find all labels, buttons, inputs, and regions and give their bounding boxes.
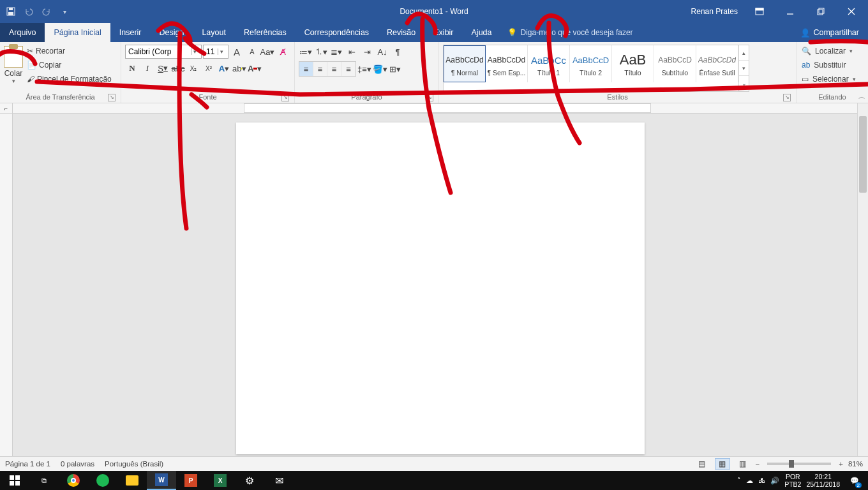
tab-references[interactable]: Referências — [235, 23, 296, 42]
select-button[interactable]: ▭Selecionar▾ — [800, 73, 864, 85]
close-button[interactable] — [837, 3, 865, 20]
word-count[interactable]: 0 palavras — [61, 460, 94, 468]
decrease-indent-button[interactable]: ⇤ — [345, 45, 359, 59]
save-icon[interactable] — [4, 4, 18, 19]
styles-gallery[interactable]: AaBbCcDd¶ NormalAaBbCcDd¶ Sem Esp...AaBb… — [443, 45, 749, 92]
strikethrough-button[interactable]: abc — [171, 61, 185, 75]
tab-review[interactable]: Revisão — [378, 23, 424, 42]
tab-home[interactable]: Página Inicial — [45, 23, 110, 42]
shrink-font-button[interactable]: A — [245, 45, 259, 59]
borders-button[interactable]: ⊞▾ — [388, 62, 402, 76]
find-button[interactable]: 🔍Localizar▾ — [800, 45, 864, 57]
zoom-slider[interactable] — [767, 463, 831, 465]
font-launcher-icon[interactable]: ↘ — [281, 94, 289, 101]
line-spacing-button[interactable]: ‡≡▾ — [357, 62, 371, 76]
paragraph-launcher-icon[interactable]: ↘ — [426, 94, 433, 101]
explorer-taskbar-icon[interactable] — [117, 471, 147, 490]
font-color-button[interactable]: A▾ — [248, 61, 262, 75]
font-size-combo[interactable]: 11▾ — [203, 45, 228, 59]
print-layout-button[interactable]: ▦ — [715, 458, 730, 470]
shading-button[interactable]: 🪣▾ — [373, 62, 387, 76]
tab-mailings[interactable]: Correspondências — [296, 23, 378, 42]
settings-taskbar-icon[interactable]: ⚙ — [235, 471, 264, 490]
tab-file[interactable]: Arquivo — [0, 23, 45, 42]
align-right-button[interactable]: ≡ — [327, 62, 341, 76]
read-mode-button[interactable]: ▤ — [694, 458, 710, 470]
onedrive-icon[interactable]: ☁ — [746, 477, 753, 485]
tray-chevron-icon[interactable]: ˄ — [737, 477, 741, 485]
tab-insert[interactable]: Inserir — [110, 23, 151, 42]
tab-selector-icon[interactable]: ⌐ — [0, 103, 13, 114]
cut-button[interactable]: ✂Recortar — [27, 45, 112, 57]
excel-taskbar-icon[interactable]: X — [206, 471, 235, 490]
format-painter-button[interactable]: 🖌Pincel de Formatação — [27, 73, 112, 85]
clipboard-launcher-icon[interactable]: ↘ — [108, 94, 116, 101]
minimize-button[interactable] — [776, 3, 804, 20]
sort-button[interactable]: A↓ — [375, 45, 389, 59]
input-language[interactable]: PORPTB2 — [784, 473, 801, 488]
bullets-button[interactable]: ≔▾ — [299, 45, 313, 59]
word-taskbar-icon[interactable]: W — [147, 471, 176, 490]
tab-design[interactable]: Design — [150, 23, 193, 42]
horizontal-ruler[interactable] — [13, 103, 868, 114]
scrollbar-thumb[interactable] — [859, 116, 867, 193]
taskbar-clock[interactable]: 20:2125/11/2018 — [806, 473, 840, 488]
share-button[interactable]: 👤 Compartilhar — [791, 23, 868, 42]
tell-me-search[interactable]: 💡 Diga-me o que você deseja fazer — [507, 23, 633, 42]
text-effects-button[interactable]: A▾ — [217, 61, 231, 75]
qat-customize-icon[interactable]: ▾ — [57, 4, 71, 19]
copy-button[interactable]: 📄Copiar — [27, 59, 112, 71]
underline-button[interactable]: S▾ — [156, 61, 170, 75]
italic-button[interactable]: I — [140, 61, 154, 75]
maximize-button[interactable] — [807, 3, 835, 20]
multilevel-button[interactable]: ≣▾ — [329, 45, 343, 59]
style-box[interactable]: AaBbCcDd¶ Normal — [444, 45, 486, 82]
page-status[interactable]: Página 1 de 1 — [5, 460, 50, 468]
style-box[interactable]: AaBbCcDSubtítulo — [654, 45, 696, 82]
mail-taskbar-icon[interactable]: ✉ — [264, 471, 294, 490]
align-center-button[interactable]: ≡ — [313, 62, 327, 76]
user-name[interactable]: Renan Prates — [691, 7, 738, 16]
zoom-out-button[interactable]: − — [756, 460, 760, 468]
vertical-scrollbar[interactable] — [857, 103, 868, 456]
page-canvas[interactable] — [236, 122, 645, 454]
superscript-button[interactable]: X² — [202, 61, 216, 75]
style-box[interactable]: AaBbCcTítulo 1 — [528, 45, 570, 82]
subscript-button[interactable]: X₂ — [186, 61, 200, 75]
style-box[interactable]: AaBbCcDdÊnfase Sutil — [696, 45, 738, 82]
chrome-taskbar-icon[interactable] — [59, 471, 88, 490]
style-box[interactable]: AaBTítulo — [612, 45, 654, 82]
volume-icon[interactable]: 🔊 — [770, 477, 779, 485]
font-name-combo[interactable]: Calibri (Corp▾ — [125, 45, 202, 59]
styles-more-button[interactable]: ▴▾⌄ — [738, 45, 749, 91]
grow-font-button[interactable]: A — [230, 45, 244, 59]
start-button[interactable] — [0, 471, 29, 490]
bold-button[interactable]: N — [125, 61, 139, 75]
zoom-thumb[interactable] — [789, 460, 794, 468]
tab-view[interactable]: Exibir — [424, 23, 462, 42]
paste-button[interactable]: Colar ▾ — [4, 45, 23, 85]
powerpoint-taskbar-icon[interactable]: P — [176, 471, 206, 490]
web-layout-button[interactable]: ▥ — [735, 458, 751, 470]
collapse-ribbon-icon[interactable]: ︿ — [858, 92, 865, 101]
vertical-ruler[interactable] — [0, 114, 13, 456]
clear-formatting-button[interactable]: A̸ — [276, 45, 290, 59]
zoom-in-button[interactable]: + — [839, 460, 843, 468]
highlight-button[interactable]: ab▾ — [232, 61, 246, 75]
tab-help[interactable]: Ajuda — [463, 23, 501, 42]
redo-icon[interactable] — [40, 4, 54, 19]
zoom-level[interactable]: 81% — [848, 460, 863, 468]
ribbon-display-icon[interactable] — [745, 3, 774, 20]
change-case-button[interactable]: Aa▾ — [260, 45, 274, 59]
task-view-button[interactable]: ⧉ — [29, 471, 59, 490]
align-justify-button[interactable]: ≡ — [341, 62, 355, 76]
increase-indent-button[interactable]: ⇥ — [360, 45, 374, 59]
numbering-button[interactable]: ⒈▾ — [314, 45, 328, 59]
align-left-button[interactable]: ≡ — [299, 62, 313, 76]
network-icon[interactable]: 🖧 — [758, 477, 765, 484]
style-box[interactable]: AaBbCcDTítulo 2 — [570, 45, 612, 82]
action-center-button[interactable]: 💬2 — [845, 471, 864, 490]
tab-layout[interactable]: Layout — [193, 23, 235, 42]
replace-button[interactable]: abSubstituir — [800, 59, 864, 71]
spotify-taskbar-icon[interactable] — [88, 471, 117, 490]
